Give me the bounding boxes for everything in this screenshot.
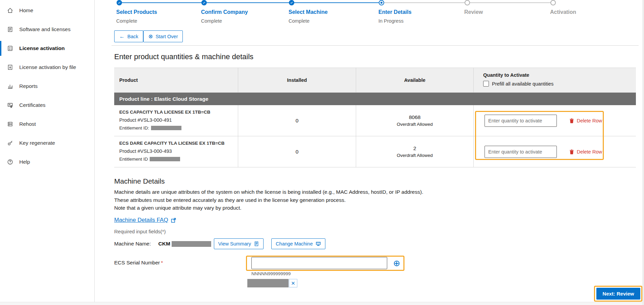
add-serial-button[interactable]: ⊕ bbox=[391, 257, 403, 269]
sidebar-item-reports[interactable]: Reports bbox=[0, 77, 94, 96]
remove-serial-button[interactable]: ✕ bbox=[289, 279, 297, 287]
entitlement-label: Entitlement ID bbox=[119, 157, 148, 162]
document-icon bbox=[254, 241, 259, 247]
trash-icon bbox=[569, 118, 574, 123]
serial-chip-redacted bbox=[247, 279, 289, 287]
back-button[interactable]: ← Back bbox=[114, 30, 143, 42]
help-icon bbox=[7, 159, 14, 165]
product-name: ECS DARE CAPACITY TLA LICENSE EX 1TB=CB bbox=[119, 141, 233, 146]
product-line-group-header: Product line : Elastic Cloud Storage bbox=[114, 93, 636, 105]
delete-row-button[interactable]: Delete Row bbox=[569, 118, 602, 123]
quantity-cell: Delete Row bbox=[474, 136, 636, 167]
quantity-input[interactable] bbox=[485, 115, 557, 127]
sidebar-item-home[interactable]: Home bbox=[0, 1, 94, 20]
view-summary-button[interactable]: View Summary bbox=[214, 238, 264, 249]
sidebar-item-label: Certificates bbox=[19, 102, 46, 108]
required-fields-note: Required input fields(*) bbox=[114, 229, 166, 234]
sidebar-item-label: Reports bbox=[19, 83, 38, 89]
column-header-product: Product bbox=[114, 68, 238, 92]
sidebar-item-software-and-licenses[interactable]: Software and licenses bbox=[0, 20, 94, 39]
change-machine-button[interactable]: Change Machine bbox=[271, 238, 325, 249]
next-review-button[interactable]: Next: Review bbox=[596, 288, 640, 300]
step-status: Complete bbox=[201, 18, 272, 24]
entitlement-line: Entitlement ID bbox=[119, 157, 233, 162]
vertical-scrollbar-track[interactable] bbox=[642, 0, 644, 305]
step-complete-icon bbox=[201, 0, 207, 5]
step-enter-details[interactable]: Enter Details In Progress bbox=[378, 0, 449, 24]
column-header-available: Available bbox=[356, 68, 474, 92]
home-icon bbox=[7, 7, 14, 14]
machine-name-value: CKM bbox=[158, 241, 170, 247]
external-link-icon bbox=[171, 217, 176, 223]
view-summary-label: View Summary bbox=[218, 241, 251, 247]
sidebar-item-license-activation-by-file[interactable]: License activation by file bbox=[0, 58, 94, 77]
license-file-icon bbox=[7, 64, 14, 71]
content-top-divider bbox=[112, 45, 639, 46]
sidebar-item-key-regenerate[interactable]: Key regenerate bbox=[0, 134, 94, 152]
current-step-dot bbox=[380, 2, 382, 4]
required-asterisk: * bbox=[161, 260, 163, 265]
step-select-products[interactable]: Select Products Complete bbox=[116, 0, 187, 24]
sidebar-item-label: Rehost bbox=[19, 121, 36, 127]
installed-cell: 0 bbox=[238, 105, 356, 136]
machine-icon bbox=[316, 241, 321, 247]
step-label: Enter Details bbox=[378, 9, 449, 15]
step-complete-icon bbox=[289, 0, 294, 5]
step-status: Complete bbox=[116, 18, 187, 24]
license-activation-app: Home Software and licenses License activ… bbox=[0, 0, 644, 305]
step-review[interactable]: Review bbox=[464, 0, 535, 18]
product-quantities-table: Product Installed Available Quantity to … bbox=[114, 68, 636, 167]
ecs-serial-number-input[interactable] bbox=[251, 257, 387, 269]
step-upcoming-icon bbox=[465, 0, 470, 5]
installed-cell: 0 bbox=[238, 136, 356, 167]
step-activation[interactable]: Activation bbox=[550, 0, 621, 18]
overdraft-note: Overdraft Allowed bbox=[397, 122, 433, 127]
plus-circle-icon: ⊕ bbox=[393, 259, 400, 267]
machine-details-faq-link[interactable]: Machine Details FAQ bbox=[114, 217, 176, 224]
page-title: Enter product quantities & machine detai… bbox=[114, 52, 253, 61]
sidebar-item-rehost[interactable]: Rehost bbox=[0, 115, 94, 134]
step-confirm-company[interactable]: Confirm Company Complete bbox=[201, 0, 272, 24]
delete-row-label: Delete Row bbox=[577, 149, 602, 155]
horizontal-scrollbar-track[interactable] bbox=[0, 302, 644, 305]
table-row: ECS DARE CAPACITY TLA LICENSE EX 1TB=CB … bbox=[114, 136, 636, 167]
sidebar-item-label: License activation bbox=[19, 45, 65, 51]
license-activation-icon bbox=[7, 45, 14, 52]
faq-link-label: Machine Details FAQ bbox=[114, 217, 168, 224]
entitlement-id-redacted bbox=[151, 126, 181, 130]
step-label: Activation bbox=[550, 9, 621, 15]
sidebar-item-certificates[interactable]: Certificates bbox=[0, 96, 94, 115]
machine-name-label: Machine Name: bbox=[114, 241, 151, 247]
sidebar-item-label: Home bbox=[19, 7, 33, 14]
description-line: Note that a given unique attribute may v… bbox=[114, 204, 423, 212]
prefill-label: Prefill all available quantities bbox=[492, 81, 553, 87]
delete-row-button[interactable]: Delete Row bbox=[569, 149, 602, 155]
quantity-input[interactable] bbox=[485, 146, 557, 158]
available-cell: 2 Overdraft Allowed bbox=[356, 136, 474, 167]
sidebar-item-license-activation[interactable]: License activation bbox=[0, 39, 94, 58]
prefill-checkbox[interactable] bbox=[483, 81, 489, 87]
step-label: Select Machine bbox=[289, 9, 360, 15]
machine-name-row: Machine Name: CKM View Summary Change Ma… bbox=[114, 238, 325, 250]
delete-row-label: Delete Row bbox=[577, 118, 602, 123]
step-current-icon bbox=[379, 0, 384, 5]
close-icon: ✕ bbox=[291, 280, 295, 286]
software-licenses-icon bbox=[7, 26, 14, 33]
sidebar-item-help[interactable]: Help bbox=[0, 152, 94, 171]
trash-icon bbox=[569, 149, 574, 155]
start-over-button-label: Start Over bbox=[155, 34, 178, 39]
step-select-machine[interactable]: Select Machine Complete bbox=[289, 0, 360, 24]
sidebar: Home Software and licenses License activ… bbox=[0, 0, 95, 305]
entitlement-label: Entitlement ID: bbox=[119, 125, 149, 131]
available-value: 8068 bbox=[409, 114, 420, 120]
available-cell: 8068 Overdraft Allowed bbox=[356, 105, 474, 136]
product-number: Product #VSL3-000-493 bbox=[119, 148, 233, 154]
back-arrow-icon: ← bbox=[119, 34, 125, 39]
table-header-row: Product Installed Available Quantity to … bbox=[114, 68, 636, 93]
step-upcoming-icon bbox=[550, 0, 556, 5]
available-value: 2 bbox=[413, 145, 416, 151]
start-over-button[interactable]: ⊗ Start Over bbox=[143, 30, 183, 42]
step-label: Select Products bbox=[116, 9, 187, 15]
key-regenerate-icon bbox=[7, 140, 14, 146]
prefill-row: Prefill all available quantities bbox=[483, 81, 636, 87]
